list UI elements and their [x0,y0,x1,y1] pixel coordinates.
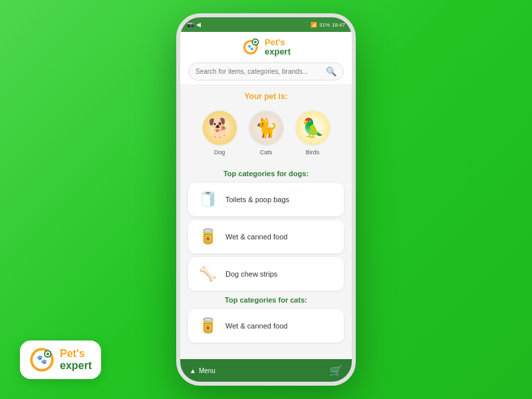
watermark-pets-label: Pet's [60,348,92,360]
poop-bags-label: Toilets & poop bags [225,196,289,203]
pet-item-dog[interactable]: 🐕 Dog [201,110,238,156]
cat-categories-title: Top categories for cats: [188,296,344,304]
pet-circle-birds: 🦜 [295,110,331,146]
search-bar[interactable]: 🔍 [188,63,344,80]
pet-circle-dog: 🐕 [201,110,238,146]
pet-circle-cats: 🐈 [248,110,285,146]
cat-categories-section: Top categories for cats: 🥫 Wet & canned … [180,296,352,354]
category-card-poop-bags[interactable]: 🧻 Toilets & poop bags [188,183,344,216]
wet-canned-cat-icon: 🥫 [196,315,219,337]
dog-categories-title: Top categories for dogs: [188,170,344,178]
dog-categories-section: Top categories for dogs: 🧻 Toilets & poo… [180,170,352,291]
wet-canned-dog-icon: 🥫 [196,225,219,248]
svg-point-5 [47,352,49,355]
cart-icon[interactable]: 🛒 [329,364,342,377]
svg-point-11 [254,41,257,43]
poop-bags-icon: 🧻 [196,188,219,211]
wifi-icon: 📶 [311,22,317,28]
search-input[interactable] [196,68,326,75]
phone-content: 🐾 Pet's expert 🔍 Your pet is: [180,32,352,359]
bird-emoji: 🦜 [301,117,325,139]
pet-label-dog: Dog [214,149,225,156]
chevron-up-icon: ▲ [190,367,196,374]
svg-text:🐾: 🐾 [247,44,254,51]
dog-emoji: 🐕 [208,117,231,139]
logo-expert: expert [265,47,291,57]
your-pet-title: Your pet is: [188,92,344,101]
menu-label: Menu [199,367,215,374]
watermark-logo-icon: 🐾 [29,347,55,372]
status-left: 📷 ◀ [187,21,201,28]
camera-icon: 📷 [187,21,194,28]
chew-strips-icon: 🦴 [196,263,219,285]
pets-row: 🐕 Dog 🐈 Cats 🦜 Birds [188,106,344,161]
clock: 18:47 [332,22,345,28]
signal-icon: ◀ [196,21,201,28]
logo-icon: 🐾 [241,37,261,57]
phone-frame: 📷 ◀ 📶 31% 18:47 🐾 Pet's [176,13,356,386]
battery-level: 31% [319,22,330,28]
logo-text: Pet's expert [265,38,291,57]
watermark-expert-label: expert [60,360,92,372]
menu-button[interactable]: ▲ Menu [190,367,215,374]
chew-strips-label: Dog chew strips [225,270,277,278]
your-pet-section: Your pet is: 🐕 Dog 🐈 Cats 🦜 [180,85,352,164]
category-card-wet-canned-dog[interactable]: 🥫 Wet & canned food [188,220,344,253]
pet-item-birds[interactable]: 🦜 Birds [295,110,331,156]
logo-pets: Pet's [265,38,291,47]
category-card-chew-strips[interactable]: 🦴 Dog chew strips [188,257,344,291]
search-icon[interactable]: 🔍 [326,66,336,76]
watermark-text: Pet's expert [60,348,92,372]
status-right: 📶 31% 18:47 [311,22,345,28]
cat-emoji: 🐈 [255,117,278,139]
bottom-bar: ▲ Menu 🛒 [180,359,352,382]
watermark-logo-container: 🐾 Pet's expert [20,340,101,379]
wet-canned-cat-label: Wet & canned food [225,322,287,330]
wet-canned-dog-label: Wet & canned food [225,233,287,241]
logo: 🐾 Pet's expert [241,37,291,57]
pet-item-cats[interactable]: 🐈 Cats [248,110,285,156]
pet-label-birds: Birds [306,149,320,156]
category-card-wet-canned-cat[interactable]: 🥫 Wet & canned food [188,309,344,342]
status-bar: 📷 ◀ 📶 31% 18:47 [180,17,352,32]
top-bar: 🐾 Pet's expert 🔍 [180,32,352,85]
pet-label-cats: Cats [260,149,273,156]
